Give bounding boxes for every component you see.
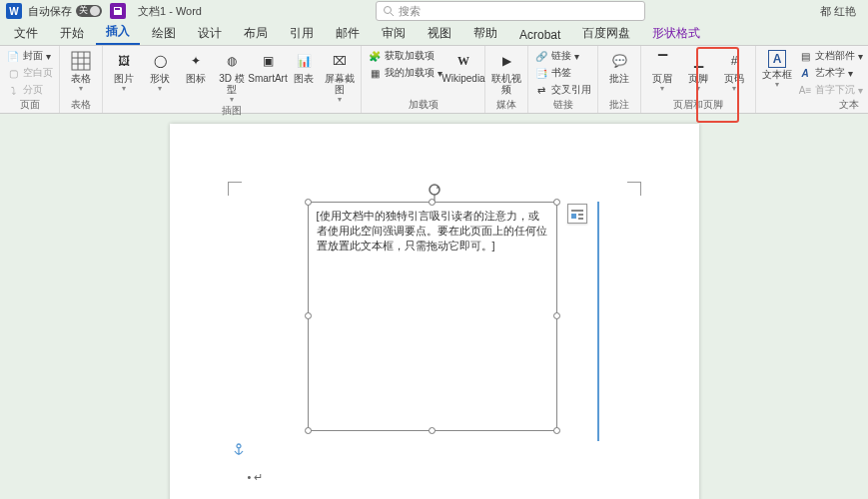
pagenum-button[interactable]: #页码▾ (717, 48, 751, 93)
textbox-icon: A (768, 50, 786, 68)
addins-icon: ▦ (368, 66, 382, 80)
picture-button[interactable]: 🖼图片▾ (107, 48, 141, 93)
bookmark-button[interactable]: 📑书签 (532, 65, 593, 81)
screenshot-button[interactable]: ⌧屏幕截图▾ (323, 48, 357, 104)
bookmark-icon: 📑 (534, 66, 548, 80)
wikipedia-icon: W (452, 50, 474, 72)
page[interactable]: [使用文档中的独特引言吸引读者的注意力，或者使用此空间强调要点。要在此页面上的任… (170, 124, 699, 499)
document-title: 文档1 - Word (138, 4, 202, 19)
link-icon: 🔗 (534, 49, 548, 63)
resize-handle-nw[interactable] (305, 199, 312, 206)
save-icon[interactable] (110, 3, 126, 19)
page-break-button[interactable]: ⤵分页 (4, 82, 55, 98)
group-text: A文本框▾ ▤文档部件 ▾ A艺术字 ▾ A≡首字下沉 ▾ ✎签名行 ▾ 📅日期… (756, 46, 868, 113)
anchor-icon (232, 443, 246, 460)
selected-textbox[interactable]: [使用文档中的独特引言吸引读者的注意力，或者使用此空间强调要点。要在此页面上的任… (308, 202, 557, 431)
tab-acrobat[interactable]: Acrobat (509, 24, 570, 45)
group-media: ▶联机视频 媒体 (485, 46, 528, 113)
svg-point-0 (385, 7, 392, 14)
3d-model-icon: ◍ (221, 50, 243, 72)
tab-baidu[interactable]: 百度网盘 (572, 21, 640, 45)
svg-line-1 (391, 13, 394, 16)
margin-corner-tl (228, 182, 242, 196)
margin-corner-tr (627, 182, 641, 196)
tab-review[interactable]: 审阅 (372, 21, 416, 45)
svg-rect-9 (571, 210, 583, 212)
icons-button[interactable]: ✦图标 (179, 48, 213, 84)
tab-references[interactable]: 引用 (280, 21, 324, 45)
table-button[interactable]: 表格▾ (64, 48, 98, 93)
screenshot-icon: ⌧ (329, 50, 351, 72)
svg-rect-2 (72, 52, 90, 70)
resize-handle-ne[interactable] (553, 199, 560, 206)
smartart-icon: ▣ (257, 50, 279, 72)
resize-handle-s[interactable] (429, 427, 435, 434)
quickparts-icon: ▤ (798, 49, 812, 63)
tab-draw[interactable]: 绘图 (142, 21, 186, 45)
online-video-button[interactable]: ▶联机视频 (489, 48, 523, 95)
chart-icon: 📊 (293, 50, 315, 72)
cover-page-icon: 📄 (6, 49, 20, 63)
resize-handle-n[interactable] (429, 199, 435, 206)
user-name: 都 红艳 (820, 4, 856, 19)
cover-page-button[interactable]: 📄封面 ▾ (4, 48, 55, 64)
page-break-icon: ⤵ (6, 83, 20, 97)
tab-layout[interactable]: 布局 (234, 21, 278, 45)
autosave-toggle[interactable]: 关 (76, 5, 102, 17)
get-addins-button[interactable]: 🧩获取加载项 (366, 48, 444, 64)
blank-page-icon: ▢ (6, 66, 20, 80)
tab-design[interactable]: 设计 (188, 21, 232, 45)
resize-handle-se[interactable] (553, 427, 560, 434)
svg-rect-11 (578, 214, 583, 216)
blank-page-button[interactable]: ▢空白页 (4, 65, 55, 81)
icons-icon: ✦ (185, 50, 207, 72)
tab-file[interactable]: 文件 (4, 21, 48, 45)
chart-button[interactable]: 📊图表 (287, 48, 321, 84)
dropcap-icon: A≡ (798, 83, 812, 97)
layout-options-button[interactable] (567, 204, 587, 224)
resize-handle-sw[interactable] (305, 427, 312, 434)
footer-button[interactable]: ▁页脚▾ (681, 48, 715, 93)
shapes-icon: ◯ (149, 50, 171, 72)
comment-button[interactable]: 💬批注 (602, 48, 636, 84)
tab-help[interactable]: 帮助 (463, 21, 507, 45)
shapes-button[interactable]: ◯形状▾ (143, 48, 177, 93)
textbox-content[interactable]: [使用文档中的独特引言吸引读者的注意力，或者使用此空间强调要点。要在此页面上的任… (309, 203, 556, 259)
xref-icon: ⇄ (534, 83, 548, 97)
group-links: 🔗链接 ▾ 📑书签 ⇄交叉引用 链接 (528, 46, 598, 113)
store-icon: 🧩 (368, 49, 382, 63)
tab-shape-format[interactable]: 形状格式 (642, 21, 710, 45)
wordart-button[interactable]: A艺术字 ▾ (796, 65, 865, 81)
link-button[interactable]: 🔗链接 ▾ (532, 48, 593, 64)
autosave-label: 自动保存 (28, 4, 72, 19)
svg-rect-12 (578, 218, 583, 220)
textbox-button[interactable]: A文本框▾ (760, 48, 794, 89)
my-addins-button[interactable]: ▦我的加载项 ▾ (366, 65, 444, 81)
3d-model-button[interactable]: ◍3D 模型▾ (215, 48, 249, 104)
tab-mailings[interactable]: 邮件 (326, 21, 370, 45)
quickparts-button[interactable]: ▤文档部件 ▾ (796, 48, 865, 64)
search-input[interactable]: 搜索 (376, 1, 645, 21)
tab-view[interactable]: 视图 (418, 21, 461, 45)
group-illustrations: 🖼图片▾ ◯形状▾ ✦图标 ◍3D 模型▾ ▣SmartArt 📊图表 ⌧屏幕截… (103, 46, 362, 113)
footer-icon: ▁ (687, 50, 709, 72)
group-comments: 💬批注 批注 (598, 46, 641, 113)
smartart-button[interactable]: ▣SmartArt (251, 48, 285, 84)
pagenum-icon: # (723, 50, 745, 72)
tab-insert[interactable]: 插入 (96, 19, 140, 45)
dropcap-button[interactable]: A≡首字下沉 ▾ (796, 82, 865, 98)
ribbon-tabs: 文件 开始 插入 绘图 设计 布局 引用 邮件 审阅 视图 帮助 Acrobat… (0, 22, 868, 46)
resize-handle-e[interactable] (553, 312, 560, 319)
vertical-guide (597, 202, 599, 441)
tab-home[interactable]: 开始 (50, 21, 94, 45)
header-button[interactable]: ▔页眉▾ (645, 48, 679, 93)
ribbon: 📄封面 ▾ ▢空白页 ⤵分页 页面 表格▾ 表格 🖼图片▾ ◯形状▾ ✦图标 ◍… (0, 46, 868, 114)
xref-button[interactable]: ⇄交叉引用 (532, 82, 593, 98)
resize-handle-w[interactable] (305, 312, 312, 319)
paragraph-mark: • ↵ (248, 471, 264, 484)
group-headerfooter: ▔页眉▾ ▁页脚▾ #页码▾ 页眉和页脚 (641, 46, 756, 113)
video-icon: ▶ (495, 50, 517, 72)
wikipedia-button[interactable]: WWikipedia (446, 48, 480, 84)
svg-rect-10 (571, 214, 576, 219)
layout-options-icon (570, 207, 584, 221)
